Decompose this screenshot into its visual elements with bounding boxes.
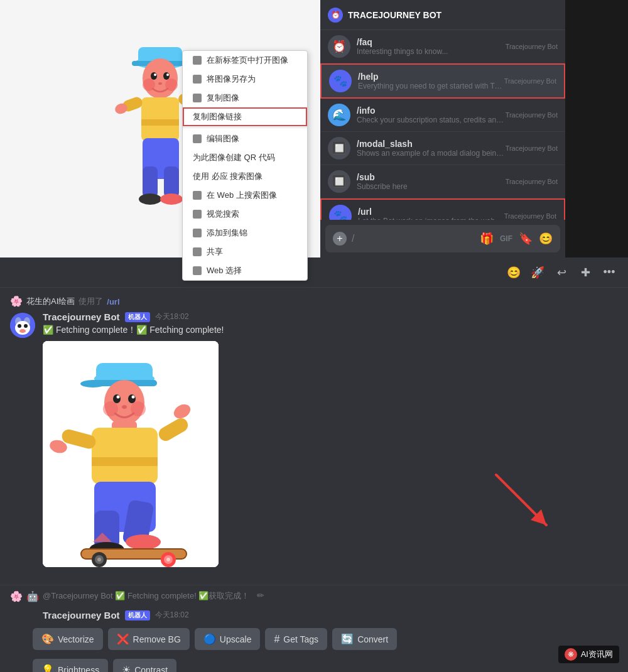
contrast-icon: ☀	[122, 664, 131, 672]
get-tags-button[interactable]: # Get Tags	[265, 628, 327, 650]
svg-point-26	[18, 324, 21, 328]
remove-bg-button[interactable]: ❌ Remove BG	[108, 628, 190, 650]
discord-input-bar[interactable]: + / 🎁 GIF 🔖 😊	[325, 225, 560, 252]
menu-web-search[interactable]: 在 Web 上搜索图像	[183, 186, 307, 205]
chat-toolbar: 😊 🚀 ↩ ✚ •••	[0, 257, 628, 288]
menu-icon-visual	[193, 210, 202, 219]
menu-save[interactable]: 将图像另存为	[183, 70, 307, 89]
discord-plus-button[interactable]: +	[333, 232, 347, 246]
upscale-icon: 🔵	[203, 633, 216, 645]
menu-copy-link[interactable]: 复制图像链接	[183, 107, 307, 126]
chat-text-1: ✅ Fetching complete！✅ Fetching complete!	[43, 325, 618, 336]
bot-avatar-1	[10, 313, 35, 338]
command-avatar-info: 🌊	[328, 104, 350, 126]
command-item-info[interactable]: 🌊 /info Check your subscription status, …	[320, 99, 565, 132]
command-avatar-modal: 🔲	[328, 137, 350, 160]
upscale-button[interactable]: 🔵 Upscale	[195, 628, 261, 650]
discord-gift-icon[interactable]: 🎁	[480, 232, 494, 246]
contrast-button[interactable]: ☀ Contrast	[113, 659, 176, 672]
command-info-url: /url Let the Bot work on images from the…	[358, 207, 504, 220]
command-list: ⏰ /faq Interesting things to know... Tra…	[320, 30, 565, 220]
command-bot-sub: Tracejourney Bot	[506, 178, 558, 185]
menu-copy-image[interactable]: 复制图像	[183, 89, 307, 107]
left-panel: 在新标签页中打开图像 将图像另存为 复制图像 复制图像链接 编辑图像 为此图像创…	[0, 0, 320, 257]
command-item-modal[interactable]: 🔲 /modal_slash Shows an example of a mod…	[320, 132, 565, 165]
svg-point-7	[163, 72, 170, 80]
bot-username-2: Tracejourney Bot	[43, 610, 120, 621]
toolbar-boost-button[interactable]: 🚀	[529, 264, 546, 281]
brightness-label: Brightness	[58, 665, 99, 673]
command-desc-modal: Shows an example of a modal dialog being…	[357, 149, 506, 158]
command-item-faq[interactable]: ⏰ /faq Interesting things to know... Tra…	[320, 30, 565, 63]
command-item-help[interactable]: 🐾 /help Everything you need to get start…	[320, 63, 565, 99]
menu-icon-web	[193, 191, 202, 200]
command-desc-info: Check your subscription status, credits …	[357, 116, 506, 124]
chat-used-text: 使用了	[78, 296, 103, 307]
command-name-sub: /sub	[357, 172, 506, 182]
chat-skater-image	[43, 341, 219, 567]
bottom-section: 😊 🚀 ↩ ✚ ••• 🌸 花生的AI绘画 使用了 /url	[0, 257, 628, 672]
command-item-sub[interactable]: 🔲 /sub Subscribe here Tracejourney Bot	[320, 165, 565, 198]
discord-emoji-icon[interactable]: 😊	[539, 232, 553, 246]
menu-icon-save	[193, 75, 202, 84]
chat-user-action-line: 🌸 花生的AI绘画 使用了 /url	[10, 295, 618, 308]
menu-icon-copy	[193, 94, 202, 102]
toolbar-emoji-button[interactable]: 😊	[505, 264, 522, 281]
command-item-url[interactable]: 🐾 /url Let the Bot work on images from t…	[320, 198, 565, 220]
vectorize-button[interactable]: 🎨 Vectorize	[33, 628, 103, 650]
chat-message-header-1: Tracejourney Bot 机器人 今天18:02	[43, 312, 618, 322]
discord-slash-input: /	[352, 233, 354, 244]
convert-icon: 🔄	[341, 633, 354, 645]
svg-point-37	[113, 394, 121, 403]
toolbar-reply-button[interactable]: ↩	[553, 264, 570, 281]
edit-icon: ✏	[257, 590, 264, 600]
chat-message-body-1: Tracejourney Bot 机器人 今天18:02 ✅ Fetching …	[43, 312, 618, 567]
menu-collection[interactable]: 添加到集锦	[183, 224, 307, 242]
svg-rect-44	[92, 457, 158, 466]
menu-share[interactable]: 共享	[183, 242, 307, 261]
convert-button[interactable]: 🔄 Convert	[332, 628, 397, 650]
menu-icon-web-select	[193, 266, 202, 275]
discord-input-icons: 🎁 GIF 🔖 😊	[480, 232, 553, 246]
menu-icon-edit	[193, 134, 202, 143]
menu-visual-search[interactable]: 视觉搜索	[183, 205, 307, 224]
svg-point-20	[160, 193, 183, 205]
svg-point-39	[117, 396, 120, 399]
bot-badge-1: 机器人	[125, 312, 150, 322]
command-avatar-faq: ⏰	[328, 35, 350, 58]
convert-label: Convert	[357, 634, 388, 644]
menu-edit[interactable]: 编辑图像	[183, 129, 307, 148]
toolbar-add-button[interactable]: ✚	[577, 264, 594, 281]
remove-bg-label: Remove BG	[133, 634, 181, 644]
chat-message-1: Tracejourney Bot 机器人 今天18:02 ✅ Fetching …	[10, 312, 618, 567]
discord-header: ⏰ TRACEJOURNEY BOT	[320, 0, 565, 30]
discord-sticker-icon[interactable]: 🔖	[519, 232, 533, 246]
menu-open-tab[interactable]: 在新标签页中打开图像	[183, 51, 307, 70]
menu-bing-search[interactable]: 使用 必应 搜索图像	[183, 167, 307, 186]
command-name-modal: /modal_slash	[357, 139, 506, 149]
svg-rect-43	[92, 428, 158, 484]
discord-header-title: TRACEJOURNEY BOT	[348, 10, 441, 20]
menu-web-select[interactable]: Web 选择	[183, 261, 307, 280]
action-buttons-row-1: 🎨 Vectorize ❌ Remove BG 🔵 Upscale # Get …	[33, 623, 628, 654]
discord-command-panel: ⏰ TRACEJOURNEY BOT ⏰ /faq Interesting th…	[320, 0, 565, 257]
svg-point-58	[97, 558, 101, 561]
svg-point-6	[151, 72, 157, 80]
svg-point-28	[19, 329, 26, 333]
command-name-faq: /faq	[357, 37, 506, 47]
svg-point-33	[80, 380, 106, 387]
command-name-url: /url	[358, 207, 504, 217]
command-desc-faq: Interesting things to know...	[357, 47, 506, 56]
discord-gif-icon[interactable]: GIF	[500, 234, 512, 243]
brightness-button[interactable]: 💡 Brightness	[33, 659, 108, 672]
discord-bot-icon: ⏰	[328, 8, 343, 23]
command-bot-url: Tracejourney Bot	[504, 212, 556, 220]
menu-qr[interactable]: 为此图像创建 QR 代码	[183, 148, 307, 167]
command-bot-modal: Tracejourney Bot	[506, 144, 558, 152]
toolbar-more-button[interactable]: •••	[600, 264, 618, 281]
svg-rect-18	[164, 166, 179, 198]
bottom-message-row: 🌸 🤖 @Tracejourney Bot ✅ Fetching complet…	[0, 585, 628, 607]
command-bot-info: Tracejourney Bot	[506, 111, 558, 119]
command-avatar-url: 🐾	[329, 205, 352, 220]
command-avatar-sub: 🔲	[328, 170, 350, 193]
